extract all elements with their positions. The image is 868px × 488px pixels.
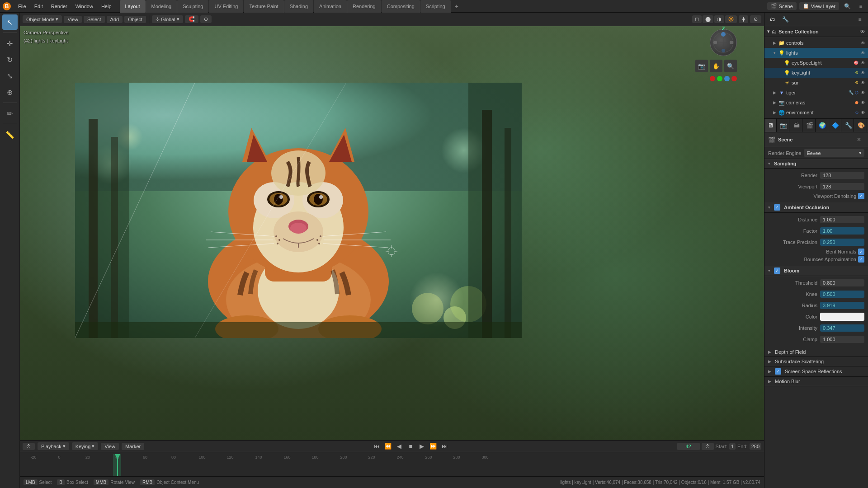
menu-render[interactable]: Render — [47, 3, 71, 10]
bloom-color-swatch[interactable] — [820, 313, 864, 321]
stop-btn[interactable]: ■ — [406, 441, 415, 451]
bloom-clamp-value[interactable]: 1.000 — [820, 336, 864, 343]
jump-to-end-btn[interactable]: ⏭ — [439, 441, 449, 451]
rendered-shading[interactable]: 🔆 — [725, 15, 737, 23]
proportional-edit[interactable]: ⊙ — [200, 15, 212, 23]
playback-menu[interactable]: Playback ▾ — [38, 442, 69, 450]
close-dot[interactable] — [731, 76, 737, 81]
ao-distance-value[interactable]: 1.000 — [820, 216, 864, 223]
lights-eye-icon[interactable]: 👁 — [860, 50, 866, 56]
filter-outliner-btn[interactable]: ≡ — [854, 14, 865, 25]
render-properties-tab[interactable]: 🖥 — [765, 119, 777, 132]
outliner-item-keylight[interactable]: 💡 keyLight ⚙ 👁 — [764, 68, 868, 78]
outliner-item-cameras[interactable]: ▶ 📷 cameras ⬟ 👁 — [764, 98, 868, 108]
render-engine-dropdown[interactable]: Eevee ▾ — [804, 149, 864, 157]
ao-trace-value[interactable]: 0.250 — [820, 239, 864, 246]
snap-toggle[interactable]: 🧲 — [185, 15, 198, 23]
tab-layout[interactable]: Layout — [120, 0, 146, 13]
output-properties-tab[interactable]: 📷 — [778, 119, 790, 132]
tab-texture-paint[interactable]: Texture Paint — [244, 0, 283, 13]
current-frame-input[interactable] — [677, 443, 700, 450]
outliner-item-eyespeclight[interactable]: 💡 eyeSpecLight 🎯 👁 — [764, 58, 868, 68]
menu-edit[interactable]: Edit — [31, 3, 47, 10]
play-btn[interactable]: ▶ — [417, 441, 427, 451]
world-tab[interactable]: 🌍 — [817, 119, 829, 132]
next-keyframe-btn[interactable]: ⏩ — [428, 441, 438, 451]
menu-window[interactable]: Window — [72, 3, 97, 10]
bloom-threshold-value[interactable]: 0.800 — [820, 279, 864, 286]
eyespec-eye-icon[interactable]: 👁 — [860, 60, 866, 66]
menu-file[interactable]: File — [14, 3, 30, 10]
wireframe-shading[interactable]: ◻ — [692, 15, 702, 23]
env-eye-icon[interactable]: 👁 — [860, 109, 866, 116]
global-orientation-dropdown[interactable]: ⊹ Global ▾ — [152, 15, 183, 23]
tiger-eye-icon[interactable]: 👁 — [860, 89, 866, 96]
scene-unlink-btn[interactable]: ✕ — [854, 134, 864, 145]
annotate-tool[interactable]: ✏ — [2, 106, 18, 121]
sss-section-header[interactable]: ▶ Subsurface Scattering — [764, 357, 868, 366]
keylight-eye-icon[interactable]: 👁 — [860, 70, 866, 76]
viewport-samples-value[interactable]: 128 — [820, 183, 864, 190]
outliner-item-environment[interactable]: ▶ 🌐 environment ◇ 👁 — [764, 108, 868, 117]
timeline-ruler[interactable]: -20 0 20 40 60 80 100 120 140 160 180 20… — [20, 452, 764, 476]
controls-eye-icon[interactable]: 👁 — [860, 40, 866, 46]
scene-tab[interactable]: 🎬 — [804, 119, 816, 132]
sampling-section-header[interactable]: ▾ Sampling — [764, 159, 868, 169]
tab-animation[interactable]: Animation — [314, 0, 347, 13]
bent-normals-checkbox[interactable]: ✓ — [858, 249, 864, 255]
material-shading[interactable]: ◑ — [714, 15, 724, 23]
prev-keyframe-btn[interactable]: ⏪ — [383, 441, 393, 451]
outliner-item-tiger[interactable]: ▶ ▼ tiger 🔧 ⬡ 👁 — [764, 88, 868, 98]
camera-view-btn[interactable]: 📷 — [695, 60, 708, 72]
tab-sculpting[interactable]: Sculpting — [177, 0, 208, 13]
ssr-section-header[interactable]: ▶ ✓ Screen Space Reflections — [764, 366, 868, 377]
start-value[interactable]: 1 — [729, 443, 736, 450]
bounces-approx-checkbox[interactable]: ✓ — [858, 256, 864, 263]
solid-shading[interactable]: ⬤ — [703, 15, 713, 23]
tab-rendering[interactable]: Rendering — [347, 0, 381, 13]
dof-section-header[interactable]: ▶ Depth of Field — [764, 347, 868, 357]
view-layer-tab[interactable]: 🏔 — [791, 119, 802, 132]
tab-compositing[interactable]: Compositing — [382, 0, 420, 13]
search-button[interactable]: 🔍 — [842, 1, 853, 12]
view-layer-selector[interactable]: 📋 View Layer — [799, 2, 839, 10]
gizmo-toggle[interactable]: ⊙ — [750, 15, 761, 23]
blender-logo[interactable]: B — [2, 1, 12, 11]
modifier-tab[interactable]: 🔧 — [843, 119, 854, 132]
viewport-canvas[interactable]: Camera Perspective (42) lights | keyLigh… — [20, 26, 764, 440]
playback-speed[interactable]: ⏱ — [702, 443, 714, 450]
tab-shading[interactable]: Shading — [284, 0, 313, 13]
render-samples-value[interactable]: 128 — [820, 172, 864, 179]
ssr-enabled-checkbox[interactable]: ✓ — [775, 368, 781, 375]
scene-collection-eye[interactable]: 👁 — [860, 28, 865, 35]
ao-factor-value[interactable]: 1.00 — [820, 227, 864, 235]
ao-section-header[interactable]: ▾ ✓ Ambient Occlusion — [764, 202, 868, 213]
measure-tool[interactable]: 📏 — [2, 127, 18, 142]
scale-tool[interactable]: ⤡ — [2, 68, 18, 84]
reverse-play-btn[interactable]: ◀ — [394, 441, 404, 451]
red-dot[interactable] — [710, 76, 715, 81]
tab-modeling[interactable]: Modeling — [146, 0, 177, 13]
outliner-icon[interactable]: 🗂 — [767, 14, 778, 25]
motion-blur-section-header[interactable]: ▶ Motion Blur — [764, 377, 868, 386]
select-menu-btn[interactable]: Select — [84, 16, 105, 23]
cameras-eye-icon[interactable]: 👁 — [860, 99, 866, 106]
object-tab[interactable]: 🔷 — [830, 119, 841, 132]
marker-menu[interactable]: Marker — [122, 443, 144, 450]
keying-menu[interactable]: Keying ▾ — [72, 442, 99, 450]
sun-eye-icon[interactable]: 👁 — [860, 80, 866, 86]
filter-button[interactable]: ≡ — [855, 1, 866, 12]
bloom-knee-value[interactable]: 0.500 — [820, 291, 864, 298]
bloom-enabled-checkbox[interactable]: ✓ — [774, 267, 780, 274]
zoom-view-btn[interactable]: 🔍 — [724, 60, 737, 72]
bloom-section-header[interactable]: ▾ ✓ Bloom — [764, 266, 868, 276]
jump-to-start-btn[interactable]: ⏮ — [372, 441, 382, 451]
scene-selector[interactable]: 🎬 Scene — [767, 2, 797, 10]
tab-scripting[interactable]: Scripting — [420, 0, 451, 13]
bloom-radius-value[interactable]: 3.919 — [820, 302, 864, 309]
add-workspace-button[interactable]: + — [451, 2, 462, 11]
ao-enabled-checkbox[interactable]: ✓ — [774, 204, 780, 211]
transform-tool[interactable]: ⊕ — [2, 84, 18, 100]
object-menu-btn[interactable]: Object — [124, 16, 146, 23]
pan-view-btn[interactable]: ✋ — [710, 60, 722, 72]
